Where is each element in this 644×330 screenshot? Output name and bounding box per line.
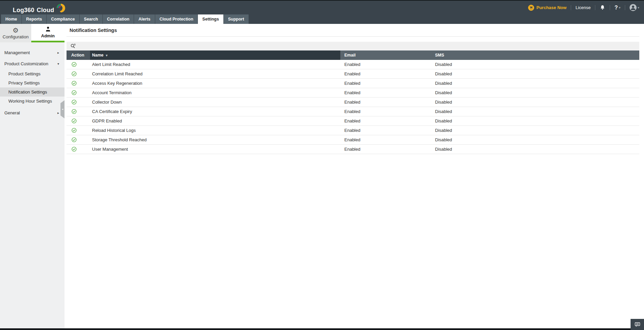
nav-tab-compliance[interactable]: Compliance [47, 14, 79, 24]
sidebar-item-privacy-settings[interactable]: Privacy Settings [0, 78, 65, 87]
topbar-separator [595, 5, 595, 10]
avatar [630, 4, 637, 11]
email-status: Enabled [340, 109, 431, 114]
table-row: Collector Down Enabled Disabled [67, 98, 639, 107]
table-search-bar[interactable] [67, 42, 639, 50]
notification-name[interactable]: User Management [90, 147, 340, 152]
chevron-down-icon: ▾ [619, 6, 620, 9]
email-status: Enabled [340, 100, 431, 105]
title-divider [67, 36, 639, 37]
nav-tab-alerts[interactable]: Alerts [134, 14, 155, 24]
logo-text-primary: Log360 [13, 7, 34, 14]
email-status: Enabled [340, 147, 431, 152]
email-status: Enabled [340, 81, 431, 86]
table-row: User Management Enabled Disabled [67, 145, 639, 154]
column-header-sms: SMS [431, 50, 639, 60]
main-panel: Notification Settings Action Name ▾ Emai… [65, 24, 644, 328]
notification-name[interactable]: Access Key Regeneration [90, 81, 340, 86]
top-bar: Log360 Cloud Purchase Now License ? ▾ [0, 0, 644, 14]
sms-status: Disabled [431, 81, 639, 86]
settings-mode-tabs: ⚙ Configuration Admin [0, 24, 65, 42]
notifications-bell-button[interactable] [600, 5, 605, 10]
enabled-check-icon[interactable] [72, 147, 90, 152]
nav-tab-settings[interactable]: Settings [198, 14, 223, 24]
enabled-check-icon[interactable] [72, 90, 90, 95]
log360-cloud-logo: Log360 Cloud [13, 1, 67, 14]
email-status: Enabled [340, 137, 431, 142]
user-account-button[interactable]: ▾ [630, 4, 639, 11]
email-status: Enabled [340, 62, 431, 67]
chat-icon [634, 322, 641, 328]
sms-status: Disabled [431, 71, 639, 76]
enabled-check-icon[interactable] [72, 62, 90, 67]
chevron-down-icon: ▾ [57, 62, 59, 66]
nav-tab-cloud-protection[interactable]: Cloud Protection [155, 14, 198, 24]
bottom-bar [0, 328, 644, 330]
column-header-action: Action [67, 50, 90, 60]
nav-tab-reports[interactable]: Reports [22, 14, 46, 24]
help-menu-button[interactable]: ? ▾ [614, 5, 620, 11]
enabled-check-icon[interactable] [72, 71, 90, 76]
table-row: Account Termination Enabled Disabled [67, 88, 639, 98]
sms-status: Disabled [431, 137, 639, 142]
page-title: Notification Settings [70, 28, 639, 33]
chevron-right-icon: ▸ [57, 51, 59, 54]
sms-status: Disabled [431, 100, 639, 105]
nav-tab-search[interactable]: Search [80, 14, 102, 24]
sidebar-item-product-settings[interactable]: Product Settings [0, 69, 65, 78]
cart-icon [528, 5, 534, 11]
enabled-check-icon[interactable] [72, 109, 90, 114]
notification-name[interactable]: Reload Historical Logs [90, 128, 340, 133]
nav-tab-support[interactable]: Support [224, 14, 249, 24]
table-row: Reload Historical Logs Enabled Disabled [67, 126, 639, 135]
tab-admin[interactable]: Admin [31, 24, 65, 42]
table-header-row: Action Name ▾ Email SMS [67, 50, 639, 60]
sidebar-collapse-handle[interactable]: ◂ [60, 100, 65, 118]
bell-icon [600, 5, 605, 10]
nav-tab-home[interactable]: Home [1, 14, 22, 24]
enabled-check-icon[interactable] [72, 118, 90, 123]
logo-text-secondary: Cloud [37, 7, 54, 14]
admin-person-icon [45, 26, 51, 32]
sms-status: Disabled [431, 147, 639, 152]
enabled-check-icon[interactable] [72, 137, 90, 142]
purchase-now-label: Purchase Now [536, 5, 567, 10]
sidebar-item-working-hour-settings[interactable]: Working Hour Settings [0, 97, 65, 106]
email-status: Enabled [340, 71, 431, 76]
purchase-now-button[interactable]: Purchase Now [528, 5, 567, 11]
table-row: Alert Limit Reached Enabled Disabled [67, 60, 639, 69]
enabled-check-icon[interactable] [72, 128, 90, 133]
notification-settings-table: Action Name ▾ Email SMS Alert Limit Reac… [67, 50, 639, 154]
sidebar-item-notification-settings[interactable]: Notification Settings [0, 87, 65, 97]
tab-configuration[interactable]: ⚙ Configuration [0, 24, 31, 42]
license-button[interactable]: License [575, 5, 591, 10]
help-icon: ? [614, 5, 618, 11]
notification-name[interactable]: CA Certificate Expiry [90, 109, 340, 114]
table-row: GDPR Enabled Enabled Disabled [67, 116, 639, 126]
settings-sidebar: ⚙ Configuration Admin Management ▸ Produ… [0, 24, 65, 328]
chat-support-button[interactable] [631, 319, 644, 330]
nav-tab-correlation[interactable]: Correlation [103, 14, 134, 24]
email-status: Enabled [340, 118, 431, 123]
search-icon [71, 43, 76, 48]
topbar-separator [610, 5, 610, 10]
sms-status: Disabled [431, 109, 639, 114]
notification-name[interactable]: Account Termination [90, 90, 340, 95]
sidebar-item-product-customization[interactable]: Product Customization ▾ [0, 58, 65, 69]
column-header-name[interactable]: Name ▾ [90, 50, 340, 60]
sms-status: Disabled [431, 128, 639, 133]
enabled-check-icon[interactable] [72, 81, 90, 86]
sidebar-item-management[interactable]: Management ▸ [0, 47, 65, 58]
content-area: ⚙ Configuration Admin Management ▸ Produ… [0, 24, 644, 328]
main-nav: Home Reports Compliance Search Correlati… [0, 14, 644, 24]
enabled-check-icon[interactable] [72, 100, 90, 105]
sidebar-item-general[interactable]: General ▸ [0, 107, 65, 118]
notification-name[interactable]: Alert Limit Reached [90, 62, 340, 67]
notification-name[interactable]: GDPR Enabled [90, 118, 340, 123]
notification-name[interactable]: Storage Threshold Reached [90, 137, 340, 142]
email-status: Enabled [340, 90, 431, 95]
logo-swoosh-icon [55, 3, 65, 13]
sidebar-menu: Management ▸ Product Customization ▾ Pro… [0, 42, 65, 118]
notification-name[interactable]: Correlation Limit Reached [90, 71, 340, 76]
notification-name[interactable]: Collector Down [90, 100, 340, 105]
